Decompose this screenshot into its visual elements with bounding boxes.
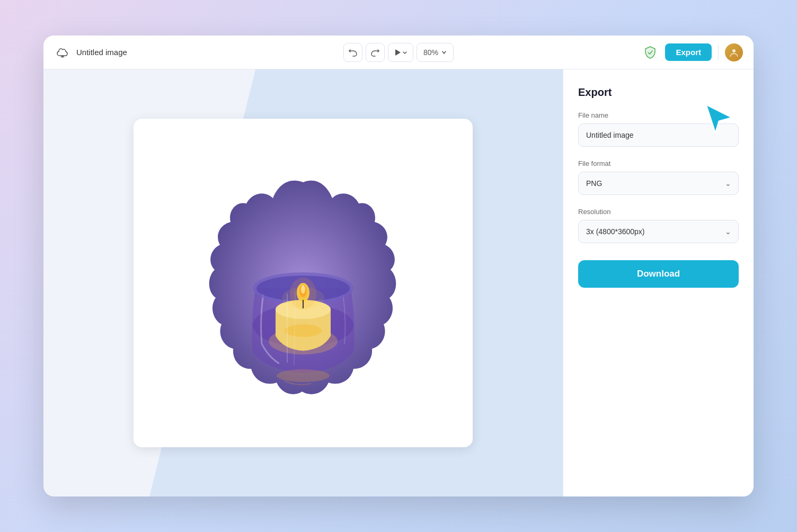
svg-point-19 — [277, 369, 330, 382]
file-format-select[interactable]: PNG JPG SVG PDF WebP — [578, 172, 739, 195]
svg-point-10 — [285, 324, 322, 337]
cloud-icon — [54, 44, 71, 61]
main-content: Export File name File format PNG JPG SVG… — [43, 69, 754, 496]
zoom-control[interactable]: 80% — [417, 43, 454, 62]
export-button[interactable]: Export — [665, 43, 712, 61]
toolbar: Untitled image — [43, 36, 754, 69]
export-panel: Export File name File format PNG JPG SVG… — [563, 69, 754, 496]
file-name-label: File name — [578, 111, 739, 119]
toolbar-center: 80% — [343, 43, 454, 62]
undo-button[interactable] — [343, 43, 362, 62]
resolution-group: Resolution 1x (1600*1200px) 2x (3200*240… — [578, 208, 739, 243]
present-button[interactable] — [388, 43, 413, 62]
file-name-group: File name — [578, 111, 739, 147]
resolution-select-wrapper: 1x (1600*1200px) 2x (3200*2400px) 3x (48… — [578, 220, 739, 243]
zoom-value: 80% — [423, 48, 438, 57]
download-button[interactable]: Download — [578, 260, 739, 288]
toolbar-divider — [718, 45, 719, 60]
svg-marker-1 — [395, 49, 401, 56]
toolbar-right: Export — [642, 43, 743, 61]
file-format-label: File format — [578, 159, 739, 167]
shield-icon — [642, 44, 659, 61]
file-format-select-wrapper: PNG JPG SVG PDF WebP ⌄ — [578, 172, 739, 195]
redo-button[interactable] — [366, 43, 385, 62]
export-panel-title: Export — [578, 86, 739, 99]
avatar[interactable] — [725, 43, 743, 61]
canvas-area[interactable] — [43, 69, 563, 496]
file-format-group: File format PNG JPG SVG PDF WebP ⌄ — [578, 159, 739, 195]
svg-point-2 — [732, 49, 736, 52]
document-title: Untitled image — [76, 48, 127, 57]
file-name-input[interactable] — [578, 123, 739, 147]
app-window: Untitled image — [43, 36, 754, 496]
resolution-label: Resolution — [578, 208, 739, 216]
canvas-card — [134, 119, 473, 447]
resolution-select[interactable]: 1x (1600*1200px) 2x (3200*2400px) 3x (48… — [578, 220, 739, 243]
canvas-image — [181, 161, 425, 405]
